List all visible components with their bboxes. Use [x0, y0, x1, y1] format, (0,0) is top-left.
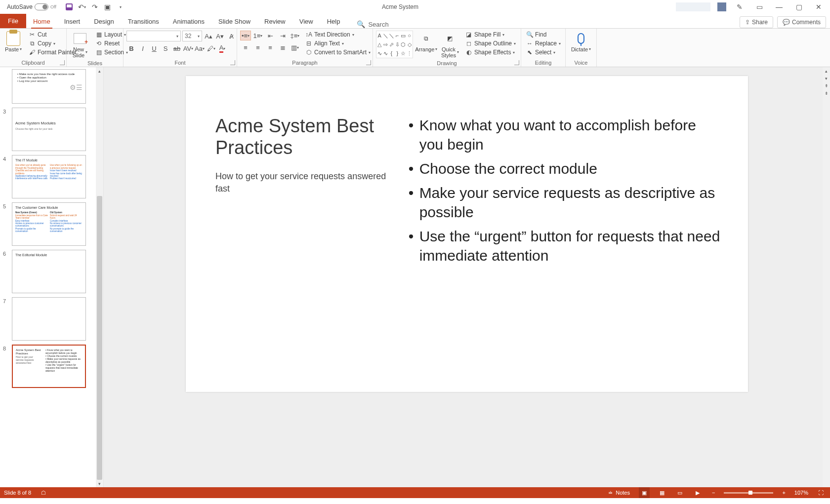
close-button[interactable]: ✕: [812, 1, 825, 13]
shadow-button[interactable]: S: [161, 43, 170, 53]
drawing-dialog-launcher[interactable]: [514, 60, 519, 65]
tab-transitions[interactable]: Transitions: [121, 15, 166, 28]
slide-thumbnail-4[interactable]: The IT Module Use when you've already go…: [12, 155, 86, 198]
increase-indent-button[interactable]: ⇥: [277, 31, 288, 40]
strikethrough-button[interactable]: ab: [172, 43, 182, 53]
slide-canvas[interactable]: Acme System Best Practices How to get yo…: [186, 76, 748, 392]
tab-design[interactable]: Design: [87, 15, 121, 28]
increase-font-size-button[interactable]: A▴: [204, 31, 213, 41]
ribbon-display-options-icon[interactable]: ▭: [753, 1, 766, 13]
convert-smartart-button[interactable]: ⬡Convert to SmartArt▾: [303, 48, 373, 56]
numbering-button[interactable]: 1≡▾: [252, 31, 263, 40]
slide-content-area[interactable]: •Know what you want to accomplish before…: [409, 116, 723, 367]
tab-review[interactable]: Review: [257, 15, 292, 28]
font-family-selector[interactable]: ▾: [126, 31, 181, 41]
thumbnail-scrollbar[interactable]: ▴ ▾: [96, 67, 103, 487]
bold-button[interactable]: B: [126, 43, 136, 53]
tab-home[interactable]: Home: [26, 15, 57, 28]
tab-insert[interactable]: Insert: [57, 15, 87, 28]
minimize-button[interactable]: —: [773, 1, 786, 13]
slide-thumbnail-5[interactable]: The Customer Care Module New System (Gre…: [12, 202, 86, 246]
zoom-slider-knob[interactable]: [748, 491, 752, 495]
toggle-pill-icon[interactable]: [35, 3, 48, 10]
notes-button[interactable]: ≐Notes: [605, 487, 632, 498]
zoom-percent[interactable]: 107%: [794, 490, 808, 496]
save-icon[interactable]: [65, 3, 73, 11]
tell-me-search[interactable]: 🔍 Search: [357, 20, 388, 28]
slide-area-scrollbar[interactable]: ▴ ▾ ⇞ ⇟: [823, 67, 830, 487]
shape-curve-icon[interactable]: ∿: [376, 49, 382, 58]
user-avatar[interactable]: [717, 2, 726, 11]
scroll-down-icon[interactable]: ▾: [96, 480, 103, 487]
shape-triangle-icon[interactable]: △: [376, 40, 382, 49]
quick-styles-button[interactable]: ◩ Quick Styles▾: [440, 31, 460, 59]
shape-arrow-d-icon[interactable]: ⇩: [394, 40, 400, 49]
shapes-more-icon[interactable]: ⋮: [406, 49, 412, 58]
align-center-button[interactable]: ≡: [252, 42, 263, 52]
shape-callout-icon[interactable]: ◇: [406, 40, 412, 49]
scroll-up-icon[interactable]: ▴: [823, 67, 830, 75]
decrease-font-size-button[interactable]: A▾: [215, 31, 225, 41]
redo-icon[interactable]: ↷: [91, 3, 99, 11]
shape-line2-icon[interactable]: ＼: [388, 31, 394, 40]
shape-oval-icon[interactable]: ○: [406, 31, 412, 40]
character-spacing-button[interactable]: AV▾: [183, 43, 193, 53]
scroll-up-icon[interactable]: ▴: [96, 67, 103, 75]
font-color-button[interactable]: A▾: [217, 43, 227, 53]
slide-counter[interactable]: Slide 8 of 8: [4, 490, 31, 496]
align-right-button[interactable]: ≡: [265, 42, 276, 52]
tab-help[interactable]: Help: [320, 15, 347, 28]
clear-formatting-button[interactable]: A̷: [226, 31, 236, 41]
find-button[interactable]: 🔍Find: [524, 31, 563, 39]
shapes-gallery[interactable]: A＼＼⌐▭○ △⇨⬀⇩⬡◇ ∿∿{}☆⋮: [376, 31, 413, 58]
shape-curve2-icon[interactable]: ∿: [382, 49, 388, 58]
shape-brace-r-icon[interactable]: }: [394, 49, 400, 58]
font-size-selector[interactable]: 32▾: [182, 31, 202, 41]
justify-button[interactable]: ≣: [277, 42, 288, 52]
shape-line-icon[interactable]: ＼: [382, 31, 388, 40]
reading-view-button[interactable]: ▭: [674, 487, 685, 498]
tab-file[interactable]: File: [0, 14, 26, 28]
shape-rect-icon[interactable]: ▭: [400, 31, 406, 40]
coming-soon-icon[interactable]: ✎: [733, 1, 746, 13]
share-button[interactable]: ⇪Share: [740, 16, 773, 28]
bullets-button[interactable]: •≡▾: [240, 31, 251, 40]
select-button[interactable]: ⬉Select▾: [524, 48, 563, 56]
align-text-button[interactable]: ⊟Align Text▾: [303, 39, 373, 47]
maximize-button[interactable]: ▢: [792, 1, 805, 13]
new-slide-button[interactable]: New Slide▾: [70, 31, 90, 59]
scroll-down-icon[interactable]: ▾: [823, 75, 830, 82]
normal-view-button[interactable]: ▣: [639, 487, 650, 498]
prev-slide-icon[interactable]: ⇞: [823, 82, 830, 89]
line-spacing-button[interactable]: ‡≡▾: [290, 31, 300, 40]
columns-button[interactable]: ▥▾: [290, 42, 300, 52]
change-case-button[interactable]: Aa▾: [195, 43, 205, 53]
align-left-button[interactable]: ≡: [240, 42, 251, 52]
shape-brace-l-icon[interactable]: {: [388, 49, 394, 58]
qat-customize-icon[interactable]: ▾: [117, 3, 124, 11]
shape-connector-icon[interactable]: ⌐: [394, 31, 400, 40]
slide-thumbnail-8[interactable]: Acme System Best Practices How to get yo…: [12, 345, 86, 388]
shape-fill-button[interactable]: ◪Shape Fill▾: [463, 31, 518, 39]
decrease-indent-button[interactable]: ⇤: [265, 31, 276, 40]
slide-thumbnail-6[interactable]: The Editorial Module: [12, 250, 86, 293]
arrange-button[interactable]: ⧉ Arrange▾: [416, 31, 437, 53]
text-direction-button[interactable]: ↕AText Direction▾: [303, 31, 373, 39]
shape-arrow-ur-icon[interactable]: ⬀: [388, 40, 394, 49]
clipboard-dialog-launcher[interactable]: [60, 60, 65, 65]
accessibility-check-button[interactable]: ☖: [38, 487, 49, 498]
shape-arrow-r-icon[interactable]: ⇨: [382, 40, 388, 49]
shape-star-icon[interactable]: ☆: [400, 49, 406, 58]
shape-textbox-icon[interactable]: A: [376, 31, 382, 40]
fit-to-window-button[interactable]: ⛶: [815, 487, 826, 498]
present-from-beginning-icon[interactable]: ▣: [104, 3, 112, 11]
slide-sorter-view-button[interactable]: ▦: [657, 487, 667, 498]
zoom-in-button[interactable]: +: [780, 490, 787, 496]
tab-slideshow[interactable]: Slide Show: [211, 15, 257, 28]
slide-thumbnail-3[interactable]: Acme System Modules Choose the right one…: [12, 108, 86, 151]
paragraph-dialog-launcher[interactable]: [366, 60, 371, 65]
slideshow-view-button[interactable]: ▶: [692, 487, 703, 498]
slide-thumbnail-2[interactable]: Make sure you have the right access code…: [12, 69, 86, 104]
slide-title-area[interactable]: Acme System Best Practices How to get yo…: [215, 116, 409, 367]
dictate-button[interactable]: Dictate▾: [569, 31, 593, 53]
